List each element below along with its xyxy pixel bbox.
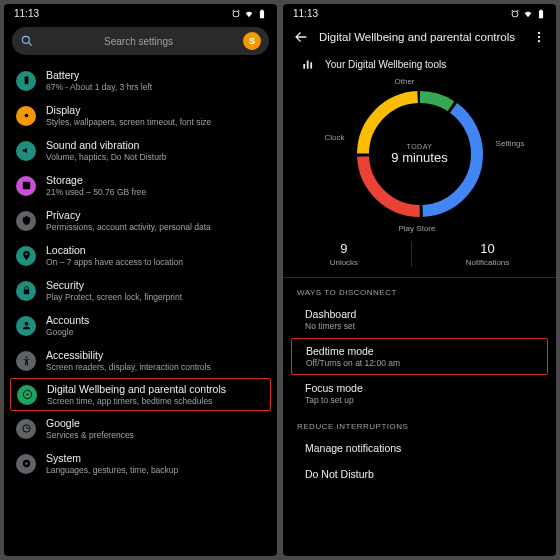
accessibility-icon	[16, 351, 36, 371]
chart-center: TODAY 9 minutes	[345, 79, 495, 229]
settings-item-security[interactable]: SecurityPlay Protect, screen lock, finge…	[4, 273, 277, 308]
item-subtitle: 67% - About 1 day, 3 hrs left	[46, 82, 265, 92]
item-subtitle: Styles, wallpapers, screen timeout, font…	[46, 117, 265, 127]
item-subtitle: Screen time, app timers, bedtime schedul…	[47, 396, 264, 406]
settings-item-wellbeing[interactable]: Digital Wellbeing and parental controlsS…	[10, 378, 271, 411]
svg-rect-2	[24, 77, 28, 84]
item-title: Google	[46, 417, 265, 429]
status-icons	[510, 8, 546, 19]
settings-item-display[interactable]: DisplayStyles, wallpapers, screen timeou…	[4, 98, 277, 133]
svg-rect-19	[307, 61, 309, 69]
today-label: TODAY	[407, 143, 433, 150]
settings-item-sound[interactable]: Sound and vibrationVolume, haptics, Do N…	[4, 133, 277, 168]
row-title: Manage notifications	[305, 442, 534, 454]
settings-screen: 11:13 Search settings S Battery67% - Abo…	[4, 4, 277, 556]
item-subtitle: Google	[46, 327, 265, 337]
item-title: Privacy	[46, 209, 265, 221]
item-subtitle: Services & preferences	[46, 430, 265, 440]
sound-icon	[16, 141, 36, 161]
row-title: Bedtime mode	[306, 345, 533, 357]
settings-item-location[interactable]: LocationOn – 7 apps have access to locat…	[4, 238, 277, 273]
google-icon	[16, 419, 36, 439]
security-icon	[16, 281, 36, 301]
row-dashboard[interactable]: DashboardNo timers set	[283, 301, 556, 338]
stat-unlocks[interactable]: 9 Unlocks	[330, 241, 358, 267]
stat-notifications[interactable]: 10 Notifications	[466, 241, 510, 267]
svg-rect-18	[303, 64, 305, 69]
location-icon	[16, 246, 36, 266]
settings-item-privacy[interactable]: PrivacyPermissions, account activity, pe…	[4, 203, 277, 238]
chart-icon	[301, 57, 315, 71]
status-icons	[231, 8, 267, 19]
alarm-icon	[510, 9, 520, 19]
usage-value: 9 minutes	[391, 150, 447, 165]
row-title: Focus mode	[305, 382, 534, 394]
search-icon	[20, 34, 34, 48]
svg-point-16	[538, 36, 540, 38]
header: Digital Wellbeing and parental controls	[283, 21, 556, 53]
row-subtitle: Tap to set up	[305, 395, 534, 405]
settings-item-battery[interactable]: Battery67% - About 1 day, 3 hrs left	[4, 63, 277, 98]
row-title: Dashboard	[305, 308, 534, 320]
settings-item-google[interactable]: GoogleServices & preferences	[4, 411, 277, 446]
settings-item-storage[interactable]: Storage21% used – 50.76 GB free	[4, 168, 277, 203]
battery-icon	[16, 71, 36, 91]
row-bedtime-mode[interactable]: Bedtime modeOff/Turns on at 12:00 am	[291, 338, 548, 375]
stat-divider	[411, 241, 412, 267]
svg-point-9	[25, 356, 27, 358]
item-subtitle: Permissions, account activity, personal …	[46, 222, 265, 232]
svg-point-0	[22, 36, 29, 43]
ring-label-other: Other	[395, 77, 415, 86]
row-title: Do Not Disturb	[305, 468, 534, 480]
row-manage-notifications[interactable]: Manage notifications	[283, 435, 556, 461]
svg-point-15	[538, 32, 540, 34]
svg-point-4	[24, 114, 28, 118]
accounts-icon	[16, 316, 36, 336]
svg-line-1	[29, 43, 32, 46]
back-icon[interactable]	[293, 29, 309, 45]
svg-point-8	[24, 322, 28, 326]
section-reduce-interruptions: REDUCE INTERRUPTIONS	[283, 412, 556, 435]
item-title: Battery	[46, 69, 265, 81]
item-title: Digital Wellbeing and parental controls	[47, 383, 264, 395]
row-subtitle: No timers set	[305, 321, 534, 331]
svg-point-14	[25, 462, 28, 465]
tools-row: Your Digital Wellbeing tools	[283, 53, 556, 75]
row-do-not-disturb[interactable]: Do Not Disturb	[283, 461, 556, 487]
section-ways-to-disconnect: WAYS TO DISCONNECT	[283, 278, 556, 301]
search-bar[interactable]: Search settings S	[12, 27, 269, 55]
svg-rect-3	[25, 76, 27, 77]
usage-ring-chart[interactable]: TODAY 9 minutes Other Settings Play Stor…	[345, 79, 495, 229]
privacy-icon	[16, 211, 36, 231]
clock: 11:13	[14, 8, 39, 19]
item-title: Sound and vibration	[46, 139, 265, 151]
battery-icon	[257, 9, 267, 19]
item-subtitle: Volume, haptics, Do Not Disturb	[46, 152, 265, 162]
wellbeing-screen: 11:13 Digital Wellbeing and parental con…	[283, 4, 556, 556]
settings-item-system[interactable]: SystemLanguages, gestures, time, backup	[4, 446, 277, 481]
interruptions-list: Manage notificationsDo Not Disturb	[283, 435, 556, 487]
item-subtitle: 21% used – 50.76 GB free	[46, 187, 265, 197]
item-title: Accessibility	[46, 349, 265, 361]
svg-rect-7	[23, 290, 29, 295]
item-subtitle: Play Protect, screen lock, fingerprint	[46, 292, 265, 302]
item-title: Storage	[46, 174, 265, 186]
display-icon	[16, 106, 36, 126]
item-title: Security	[46, 279, 265, 291]
wifi-icon	[244, 9, 254, 19]
overflow-menu-icon[interactable]	[532, 30, 546, 44]
settings-item-accounts[interactable]: AccountsGoogle	[4, 308, 277, 343]
status-bar: 11:13	[283, 4, 556, 21]
settings-item-accessibility[interactable]: AccessibilityScreen readers, display, in…	[4, 343, 277, 378]
alarm-icon	[231, 9, 241, 19]
avatar[interactable]: S	[243, 32, 261, 50]
wifi-icon	[523, 9, 533, 19]
item-title: Location	[46, 244, 265, 256]
ring-label-settings: Settings	[496, 139, 525, 148]
battery-icon	[536, 9, 546, 19]
svg-rect-5	[22, 182, 29, 189]
search-placeholder: Search settings	[42, 36, 235, 47]
row-focus-mode[interactable]: Focus modeTap to set up	[283, 375, 556, 412]
svg-point-17	[538, 40, 540, 42]
ring-label-playstore: Play Store	[399, 224, 436, 233]
